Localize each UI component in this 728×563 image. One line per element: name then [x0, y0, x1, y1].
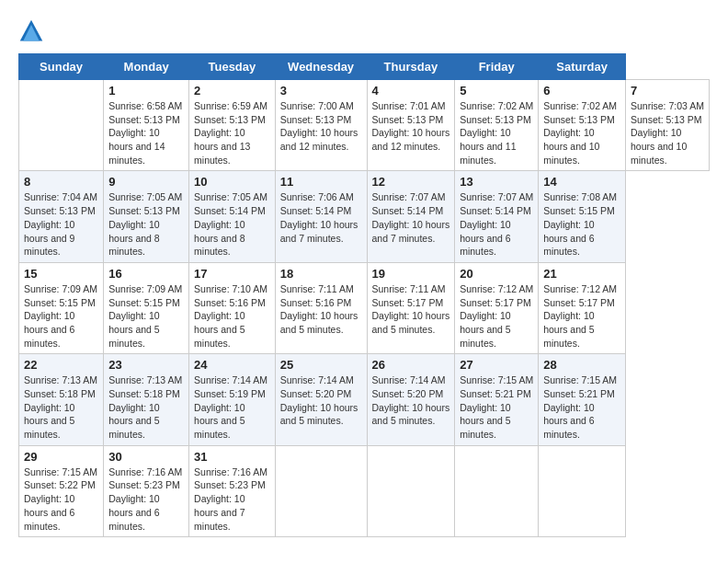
day-info: Sunrise: 7:11 AMSunset: 5:17 PMDaylight:… [372, 282, 450, 337]
day-of-week-header: Thursday [367, 54, 455, 80]
day-info: Sunrise: 7:05 AMSunset: 5:13 PMDaylight:… [108, 190, 184, 258]
calendar-cell: 10Sunrise: 7:05 AMSunset: 5:14 PMDayligh… [189, 171, 276, 262]
calendar-cell: 20Sunrise: 7:12 AMSunset: 5:17 PMDayligh… [455, 262, 539, 353]
day-of-week-header: Friday [455, 54, 539, 80]
day-info: Sunrise: 6:59 AMSunset: 5:13 PMDaylight:… [194, 99, 270, 167]
day-info: Sunrise: 7:16 AMSunset: 5:23 PMDaylight:… [108, 465, 184, 533]
calendar-cell [19, 80, 104, 171]
day-number: 22 [24, 358, 98, 372]
day-info: Sunrise: 7:06 AMSunset: 5:14 PMDaylight:… [280, 190, 362, 245]
day-info: Sunrise: 7:09 AMSunset: 5:15 PMDaylight:… [108, 282, 184, 350]
calendar-table: SundayMondayTuesdayWednesdayThursdayFrid… [18, 53, 710, 537]
day-number: 19 [372, 267, 450, 281]
day-number: 15 [24, 267, 98, 281]
calendar-cell [367, 445, 455, 536]
day-number: 2 [194, 84, 270, 98]
day-number: 8 [24, 175, 98, 189]
day-info: Sunrise: 7:04 AMSunset: 5:13 PMDaylight:… [24, 190, 98, 258]
calendar-cell: 14Sunrise: 7:08 AMSunset: 5:15 PMDayligh… [539, 171, 626, 262]
calendar-cell: 26Sunrise: 7:14 AMSunset: 5:20 PMDayligh… [367, 354, 455, 445]
calendar-cell: 4Sunrise: 7:01 AMSunset: 5:13 PMDaylight… [367, 80, 455, 171]
calendar-cell: 7Sunrise: 7:03 AMSunset: 5:13 PMDaylight… [625, 80, 709, 171]
day-info: Sunrise: 7:11 AMSunset: 5:16 PMDaylight:… [280, 282, 362, 337]
calendar-cell: 25Sunrise: 7:14 AMSunset: 5:20 PMDayligh… [275, 354, 367, 445]
day-number: 10 [194, 175, 270, 189]
day-info: Sunrise: 7:09 AMSunset: 5:15 PMDaylight:… [24, 282, 98, 350]
day-number: 3 [280, 84, 362, 98]
calendar-cell: 6Sunrise: 7:02 AMSunset: 5:13 PMDaylight… [539, 80, 626, 171]
day-info: Sunrise: 7:02 AMSunset: 5:13 PMDaylight:… [543, 99, 620, 167]
day-of-week-header: Sunday [19, 54, 104, 80]
day-number: 7 [631, 84, 704, 98]
calendar-cell: 19Sunrise: 7:11 AMSunset: 5:17 PMDayligh… [367, 262, 455, 353]
day-number: 28 [543, 358, 620, 372]
day-number: 16 [108, 267, 184, 281]
calendar-cell: 15Sunrise: 7:09 AMSunset: 5:15 PMDayligh… [19, 262, 104, 353]
day-info: Sunrise: 7:14 AMSunset: 5:20 PMDaylight:… [372, 373, 450, 428]
calendar-cell: 9Sunrise: 7:05 AMSunset: 5:13 PMDaylight… [104, 171, 189, 262]
day-number: 30 [108, 450, 184, 464]
day-info: Sunrise: 7:13 AMSunset: 5:18 PMDaylight:… [108, 373, 184, 441]
day-number: 29 [24, 450, 98, 464]
day-info: Sunrise: 7:14 AMSunset: 5:19 PMDaylight:… [194, 373, 270, 441]
calendar-cell: 2Sunrise: 6:59 AMSunset: 5:13 PMDaylight… [189, 80, 276, 171]
calendar-cell [539, 445, 626, 536]
day-info: Sunrise: 7:15 AMSunset: 5:21 PMDaylight:… [543, 373, 620, 441]
calendar-cell: 17Sunrise: 7:10 AMSunset: 5:16 PMDayligh… [189, 262, 276, 353]
day-of-week-header: Monday [104, 54, 189, 80]
calendar-cell: 28Sunrise: 7:15 AMSunset: 5:21 PMDayligh… [539, 354, 626, 445]
day-info: Sunrise: 7:15 AMSunset: 5:22 PMDaylight:… [24, 465, 98, 533]
calendar-cell: 1Sunrise: 6:58 AMSunset: 5:13 PMDaylight… [104, 80, 189, 171]
day-number: 14 [543, 175, 620, 189]
day-info: Sunrise: 7:00 AMSunset: 5:13 PMDaylight:… [280, 99, 362, 154]
day-info: Sunrise: 7:15 AMSunset: 5:21 PMDaylight:… [460, 373, 533, 441]
day-of-week-header: Tuesday [189, 54, 276, 80]
day-number: 25 [280, 358, 362, 372]
day-number: 5 [460, 84, 533, 98]
day-number: 18 [280, 267, 362, 281]
day-number: 31 [194, 450, 270, 464]
day-number: 13 [460, 175, 533, 189]
day-number: 4 [372, 84, 450, 98]
day-number: 6 [543, 84, 620, 98]
calendar-cell: 5Sunrise: 7:02 AMSunset: 5:13 PMDaylight… [455, 80, 539, 171]
day-number: 17 [194, 267, 270, 281]
calendar-cell: 27Sunrise: 7:15 AMSunset: 5:21 PMDayligh… [455, 354, 539, 445]
calendar-cell: 8Sunrise: 7:04 AMSunset: 5:13 PMDaylight… [19, 171, 104, 262]
calendar-cell: 3Sunrise: 7:00 AMSunset: 5:13 PMDaylight… [275, 80, 367, 171]
day-info: Sunrise: 7:14 AMSunset: 5:20 PMDaylight:… [280, 373, 362, 428]
day-info: Sunrise: 7:13 AMSunset: 5:18 PMDaylight:… [24, 373, 98, 441]
day-number: 9 [108, 175, 184, 189]
day-number: 27 [460, 358, 533, 372]
day-info: Sunrise: 7:12 AMSunset: 5:17 PMDaylight:… [543, 282, 620, 350]
day-number: 11 [280, 175, 362, 189]
calendar-cell: 22Sunrise: 7:13 AMSunset: 5:18 PMDayligh… [19, 354, 104, 445]
day-number: 12 [372, 175, 450, 189]
day-info: Sunrise: 7:12 AMSunset: 5:17 PMDaylight:… [460, 282, 533, 350]
calendar-cell: 24Sunrise: 7:14 AMSunset: 5:19 PMDayligh… [189, 354, 276, 445]
calendar-cell [455, 445, 539, 536]
day-number: 21 [543, 267, 620, 281]
logo [18, 18, 48, 44]
calendar-cell: 30Sunrise: 7:16 AMSunset: 5:23 PMDayligh… [104, 445, 189, 536]
page-header [18, 18, 710, 44]
calendar-cell: 18Sunrise: 7:11 AMSunset: 5:16 PMDayligh… [275, 262, 367, 353]
logo-icon [18, 18, 44, 44]
day-number: 26 [372, 358, 450, 372]
day-of-week-header: Saturday [539, 54, 626, 80]
calendar-cell: 11Sunrise: 7:06 AMSunset: 5:14 PMDayligh… [275, 171, 367, 262]
day-info: Sunrise: 7:07 AMSunset: 5:14 PMDaylight:… [372, 190, 450, 245]
day-info: Sunrise: 7:16 AMSunset: 5:23 PMDaylight:… [194, 465, 270, 533]
day-info: Sunrise: 7:07 AMSunset: 5:14 PMDaylight:… [460, 190, 533, 258]
day-info: Sunrise: 7:10 AMSunset: 5:16 PMDaylight:… [194, 282, 270, 350]
calendar-cell: 31Sunrise: 7:16 AMSunset: 5:23 PMDayligh… [189, 445, 276, 536]
calendar-cell: 29Sunrise: 7:15 AMSunset: 5:22 PMDayligh… [19, 445, 104, 536]
day-info: Sunrise: 7:03 AMSunset: 5:13 PMDaylight:… [631, 99, 704, 167]
calendar-cell [275, 445, 367, 536]
day-number: 20 [460, 267, 533, 281]
day-of-week-header: Wednesday [275, 54, 367, 80]
day-number: 1 [108, 84, 184, 98]
calendar-cell: 12Sunrise: 7:07 AMSunset: 5:14 PMDayligh… [367, 171, 455, 262]
day-info: Sunrise: 7:08 AMSunset: 5:15 PMDaylight:… [543, 190, 620, 258]
calendar-cell: 21Sunrise: 7:12 AMSunset: 5:17 PMDayligh… [539, 262, 626, 353]
